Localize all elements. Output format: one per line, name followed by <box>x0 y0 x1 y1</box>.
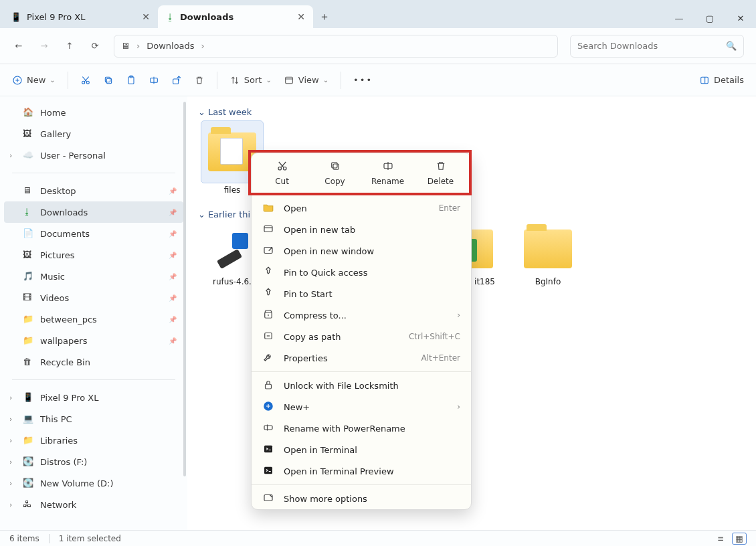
tab-pixel[interactable]: 📱 Pixel 9 Pro XL ✕ <box>3 5 158 28</box>
breadcrumb[interactable]: 🖥 › Downloads › <box>114 35 558 58</box>
nav-item-label: Downloads <box>40 207 88 217</box>
search-input[interactable] <box>577 41 726 51</box>
close-icon[interactable]: ✕ <box>297 11 305 22</box>
ctx-item-properties[interactable]: PropertiesAlt+Enter <box>252 347 471 369</box>
nav-item-label: Pictures <box>40 250 74 260</box>
refresh-button[interactable]: ⟳ <box>88 41 102 51</box>
music-icon: 🎵 <box>23 271 33 282</box>
close-icon[interactable]: ✕ <box>142 11 150 22</box>
ctx-delete-button[interactable]: Delete <box>417 160 464 186</box>
details-button[interactable]: Details <box>699 75 744 86</box>
nav-item-recycle-bin[interactable]: 🗑Recycle Bin <box>4 351 183 373</box>
new-tab-button[interactable]: ＋ <box>313 5 336 28</box>
details-view-button[interactable]: ≡ <box>713 533 728 545</box>
share-button[interactable] <box>171 75 182 86</box>
ctx-item-pin-to-quick-access[interactable]: Pin to Quick access <box>252 262 471 283</box>
tab-downloads[interactable]: ⭳ Downloads ✕ <box>158 5 313 28</box>
maximize-button[interactable]: ▢ <box>694 8 725 28</box>
phone-icon: 📱 <box>11 12 21 22</box>
minimize-button[interactable]: — <box>664 8 694 28</box>
pictures-icon: 🖼 <box>23 250 33 260</box>
more-button[interactable]: ••• <box>353 75 373 85</box>
nav-item-documents[interactable]: 📄Documents📌 <box>4 223 183 244</box>
ctx-item-show-more-options[interactable]: Show more options <box>252 488 471 509</box>
view-button[interactable]: View ⌄ <box>284 75 328 86</box>
icons-view-button[interactable]: ▦ <box>732 533 747 545</box>
ctx-item-compress-to-[interactable]: Compress to...› <box>252 304 471 326</box>
forward-button[interactable]: → <box>37 41 51 51</box>
nav-item-pixel-9-pro-xl[interactable]: ›📱Pixel 9 Pro XL <box>4 387 183 408</box>
chevron-right-icon: › <box>9 500 12 509</box>
nav-item-label: Music <box>40 272 65 282</box>
group-header[interactable]: ⌄Last week <box>198 107 756 117</box>
share-icon <box>171 75 182 86</box>
ctx-item-open-in-new-window[interactable]: Open in new window <box>252 240 471 262</box>
nav-item-desktop[interactable]: 🖥Desktop📌 <box>4 180 183 201</box>
delete-button[interactable] <box>194 75 205 86</box>
nav-item-distros-f-[interactable]: ›💽Distros (F:) <box>4 451 183 472</box>
selected-count: 1 item selected <box>59 534 121 543</box>
nav-item-label: between_pcs <box>40 314 97 325</box>
cut-button[interactable] <box>80 75 91 86</box>
ctx-item-label: Open in new tab <box>284 225 355 235</box>
download-icon: ⭳ <box>23 207 33 217</box>
nav-item-gallery[interactable]: 🖼Gallery <box>4 123 183 145</box>
folder-open-icon <box>262 201 274 215</box>
ctx-rename-button[interactable]: Rename <box>365 160 411 186</box>
new-button[interactable]: New ⌄ <box>12 75 56 86</box>
nav-item-user-personal[interactable]: ›☁️User - Personal <box>4 145 183 166</box>
chevron-right-icon: › <box>9 479 12 488</box>
pin-icon: 📌 <box>169 273 177 280</box>
status-bar: 6 items 1 item selected ≡ ▦ <box>0 530 756 546</box>
nav-item-downloads[interactable]: ⭳Downloads📌 <box>4 201 183 223</box>
nav-item-wallpapers[interactable]: 📁wallpapers📌 <box>4 330 183 351</box>
ctx-item-pin-to-start[interactable]: Pin to Start <box>252 283 471 304</box>
chevron-down-icon: ⌄ <box>198 107 205 117</box>
nav-item-pictures[interactable]: 🖼Pictures📌 <box>4 244 183 266</box>
search-box[interactable]: 🔍 <box>570 35 744 58</box>
ctx-item-open-in-terminal[interactable]: Open in Terminal <box>252 439 471 460</box>
ctx-item-rename-with-powerrename[interactable]: Rename with PowerRename <box>252 418 471 439</box>
ctx-copy-button[interactable]: Copy <box>312 160 359 186</box>
svg-rect-3 <box>106 78 111 83</box>
drive-icon: 💽 <box>23 478 33 488</box>
ctx-item-new-[interactable]: New+› <box>252 396 471 418</box>
nav-item-this-pc[interactable]: ›💻This PC <box>4 408 183 430</box>
paste-button[interactable] <box>126 75 136 86</box>
ctx-item-open[interactable]: OpenEnter <box>252 197 471 219</box>
phone-icon: 📱 <box>23 392 33 403</box>
ctx-item-open-in-terminal-preview[interactable]: Open in Terminal Preview <box>252 460 471 482</box>
copy-button[interactable] <box>103 75 114 86</box>
scrollbar[interactable] <box>183 102 186 476</box>
nav-item-label: Network <box>40 500 76 510</box>
up-button[interactable]: ↑ <box>63 41 76 51</box>
pin-icon: 📌 <box>169 230 177 238</box>
sort-icon <box>229 75 240 86</box>
nav-item-label: User - Personal <box>40 151 106 161</box>
rename-button[interactable] <box>149 75 159 86</box>
ctx-item-copy-as-path[interactable]: Copy as pathCtrl+Shift+C <box>252 326 471 347</box>
chevron-down-icon: ⌄ <box>266 76 271 84</box>
nav-item-videos[interactable]: 🎞Videos📌 <box>4 287 183 308</box>
ctx-button-label: Cut <box>275 177 289 186</box>
nav-item-home[interactable]: 🏠Home <box>4 102 183 123</box>
back-button[interactable]: ← <box>12 41 25 51</box>
file-item[interactable]: BgInfo <box>508 223 587 286</box>
chevron-right-icon: › <box>136 41 140 51</box>
ctx-item-unlock-with-file-locksmith[interactable]: Unlock with File Locksmith <box>252 375 471 396</box>
nav-item-libraries[interactable]: ›📁Libraries <box>4 430 183 451</box>
network-icon: 🖧 <box>23 499 33 510</box>
ctx-item-open-in-new-tab[interactable]: Open in new tab <box>252 219 471 240</box>
ctx-cut-button[interactable]: Cut <box>259 160 306 186</box>
nav-item-network[interactable]: ›🖧Network <box>4 494 183 515</box>
chevron-right-icon: › <box>9 458 12 466</box>
svg-point-12 <box>283 167 286 171</box>
recycle-icon: 🗑 <box>23 357 33 367</box>
home-icon: 🏠 <box>23 107 33 118</box>
nav-item-between-pcs[interactable]: 📁between_pcs📌 <box>4 308 183 330</box>
nav-item-music[interactable]: 🎵Music📌 <box>4 266 183 287</box>
close-window-button[interactable]: ✕ <box>725 8 756 28</box>
nav-item-new-volume-d-[interactable]: ›💽New Volume (D:) <box>4 472 183 494</box>
sort-button[interactable]: Sort ⌄ <box>229 75 272 86</box>
ctx-item-label: Copy as path <box>284 332 341 342</box>
